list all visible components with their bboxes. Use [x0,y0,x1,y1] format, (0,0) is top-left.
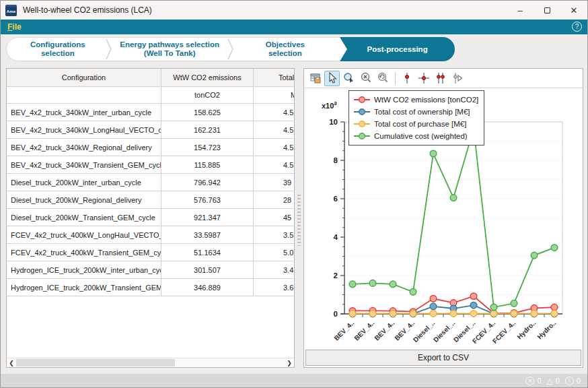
table-cell[interactable]: BEV_4x2_truck_340kW_Transient_GEM_cycle [7,156,161,173]
data-point [390,281,396,288]
legend-swatch-icon [353,95,371,104]
legend-label: Total cost of purchase [M€] [374,120,466,128]
status-bar: ✕ 0 △ 0 i 0 [1,374,587,387]
cross-cursor-icon[interactable] [416,71,431,86]
menu-file[interactable]: File [7,22,22,32]
app-window: Ame Well-to-wheel CO2 emissions (LCA) – … [0,0,588,388]
chart-toolbar [304,69,583,88]
table-cell[interactable]: 158.625 [161,104,254,121]
table-row[interactable]: Diesel_truck_200kW_inter_urban_cycle796.… [7,174,295,191]
step-post-processing[interactable]: Post-processing [340,37,455,61]
table-row[interactable]: FCEV_4x2_truck_400kW_LongHaul_VECTO_cycl… [7,226,295,244]
horizontal-scrollbar[interactable]: ❮ ❯ [7,358,294,367]
warning-counter: △ 0 [547,377,560,385]
table-cell[interactable]: 3.6 [254,279,295,296]
maximize-button[interactable] [534,1,560,20]
close-button[interactable]: ✕ [560,1,587,20]
legend-item: Total cost of purchase [M€] [353,118,478,130]
title-bar[interactable]: Ame Well-to-wheel CO2 emissions (LCA) – … [1,1,587,20]
data-point [511,300,517,307]
scroll-left-icon[interactable]: ❮ [7,358,16,367]
play-cursor-icon[interactable] [449,71,465,86]
table-cell[interactable]: 4.5 [254,104,295,121]
zoom-out-icon[interactable] [358,71,373,86]
scrollbar-thumb[interactable] [16,359,175,366]
table-cell[interactable]: 576.763 [161,191,254,208]
table-row[interactable]: BEV_4x2_truck_340kW_LongHaul_VECTO_cycle… [7,121,295,139]
table-cell[interactable]: 162.231 [161,121,254,138]
data-point [531,252,538,259]
column-header[interactable]: WtW CO2 emissions [161,69,254,86]
table-row[interactable]: Diesel_truck_200kW_Transient_GEM_cycle92… [7,209,295,226]
table-row[interactable]: FCEV_4x2_truck_400kW_Transient_GEM_cycle… [7,244,295,261]
table-row[interactable]: BEV_4x2_truck_340kW_Transient_GEM_cycle1… [7,156,295,174]
scroll-right-icon[interactable]: ❯ [285,358,294,367]
table-cell[interactable]: 796.942 [161,174,254,191]
table-cell[interactable]: 4.5 [254,156,295,173]
table-cell[interactable]: 28 [254,191,295,208]
data-point [470,293,477,300]
results-table-panel: ConfigurationWtW CO2 emissionsTotal cost… [6,68,295,368]
data-point [410,311,416,317]
table-cell[interactable]: Diesel_truck_200kW_Transient_GEM_cycle [7,209,161,226]
table-cell[interactable]: BEV_4x2_truck_340kW_LongHaul_VECTO_cycle [7,121,161,138]
zoom-reset-icon[interactable] [375,71,390,86]
step-configurations-selection[interactable]: Configurations selection [7,38,109,61]
table-cell[interactable]: 4.5 [254,139,295,156]
column-header[interactable]: Total cost o [254,69,295,86]
table-cell[interactable]: 3.5 [254,226,295,243]
table-cell[interactable]: 33.5987 [161,226,254,243]
table-cell[interactable]: 346.889 [161,279,254,296]
data-point [511,311,517,317]
chart-plot-area[interactable]: x103 WtW CO2 emissions [tonCO2]Total cos… [304,88,583,352]
table-cell[interactable]: 3.4 [254,261,295,278]
panel-splitter[interactable] [297,195,301,246]
table-header-row: ConfigurationWtW CO2 emissionsTotal cost… [7,69,295,87]
help-icon[interactable]: ? [572,22,582,32]
table-cell[interactable]: 921.347 [161,209,254,226]
table-cell[interactable]: BEV_4x2_truck_340kW_Regional_delivery [7,139,161,156]
table-cell[interactable]: 45 [254,209,295,226]
data-point [430,295,437,302]
error-icon: ✕ [525,377,534,385]
table-row[interactable]: Hydrogen_ICE_truck_200kW_inter_urban_cyc… [7,261,295,279]
double-cursor-icon[interactable] [433,71,448,86]
column-header[interactable]: Configuration [7,69,161,86]
table-row[interactable]: BEV_4x2_truck_340kW_Regional_delivery154… [7,139,295,156]
table-units-row: tonCO2M€ [7,87,295,104]
step-objectives-selection[interactable]: Objectives selection [231,38,340,61]
table-cell[interactable]: 301.507 [161,261,254,278]
legend-label: WtW CO2 emissions [tonCO2] [374,96,478,104]
table-cell[interactable]: 115.885 [161,156,254,173]
table-cell[interactable]: 5.0 [254,244,295,261]
table-cell[interactable]: 4.5 [254,121,295,138]
table-cell[interactable]: FCEV_4x2_truck_400kW_LongHaul_VECTO_cycl… [7,226,161,243]
single-cursor-icon[interactable] [399,71,414,86]
minimize-button[interactable]: – [507,1,534,20]
legend-label: Cumulative cost (weighted) [374,132,468,140]
select-cursor-icon[interactable] [324,71,340,86]
table-cell[interactable]: 154.723 [161,139,254,156]
plot-table-export-icon[interactable] [307,71,323,86]
data-point [551,311,558,317]
step-energy-pathways-selection[interactable]: Energy pathways selection (Well To Tank) [109,38,231,61]
table-row[interactable]: Hydrogen_ICE_truck_200kW_Transient_GEM_c… [7,279,295,296]
data-point [450,195,457,201]
table-cell[interactable]: 51.1634 [161,244,254,261]
table-cell[interactable]: Diesel_truck_200kW_Regional_delivery [7,191,161,208]
data-point [470,302,477,309]
table-cell[interactable]: 39 [254,174,295,191]
table-cell[interactable]: FCEV_4x2_truck_400kW_Transient_GEM_cycle [7,244,161,261]
table-cell[interactable]: BEV_4x2_truck_340kW_inter_urban_cycle [7,104,161,121]
table-cell[interactable]: Hydrogen_ICE_truck_200kW_inter_urban_cyc… [7,261,161,278]
x-tick-label: BEV_4.. [373,319,396,342]
data-point [430,150,437,157]
table-cell[interactable]: Hydrogen_ICE_truck_200kW_Transient_GEM_c… [7,279,161,296]
export-to-csv-button[interactable]: Export to CSV [305,350,581,366]
zoom-region-icon[interactable] [341,71,357,86]
data-point [551,304,558,311]
data-point [490,311,497,317]
table-row[interactable]: Diesel_truck_200kW_Regional_delivery576.… [7,191,295,209]
table-cell[interactable]: Diesel_truck_200kW_inter_urban_cycle [7,174,161,191]
table-row[interactable]: BEV_4x2_truck_340kW_inter_urban_cycle158… [7,104,295,121]
